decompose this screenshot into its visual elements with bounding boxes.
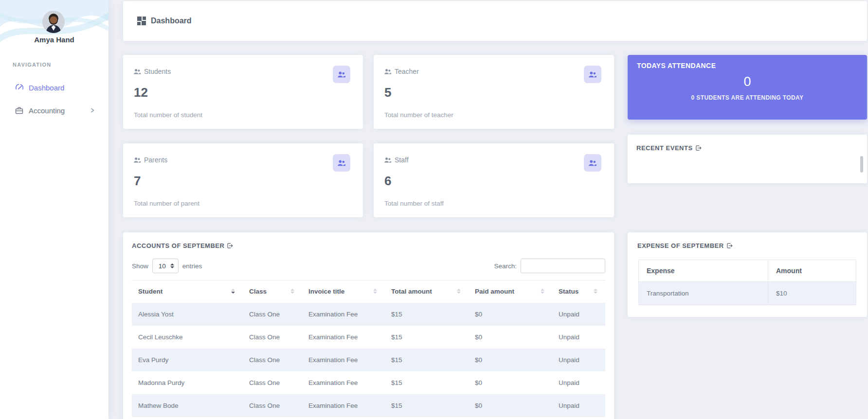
- stat-value: 7: [134, 174, 141, 189]
- cell-student: Eva Purdy: [132, 349, 243, 371]
- stat-label: Students: [144, 68, 171, 75]
- accounts-title: ACCOUNTS OF SEPTEMBER: [132, 242, 224, 249]
- stat-card-parents: Parents 7 Total number of parent: [123, 143, 363, 217]
- page-size-select[interactable]: 10: [152, 259, 179, 273]
- column-header-status[interactable]: Status: [552, 280, 605, 303]
- column-header-amount: Amount: [768, 260, 856, 282]
- cell-invoice: Examination Fee: [302, 326, 385, 349]
- expense-title: EXPENSE OF SEPTEMBER: [637, 242, 724, 249]
- stat-value: 6: [384, 174, 391, 189]
- search-input[interactable]: [521, 259, 605, 273]
- users-icon: [133, 69, 141, 75]
- column-header-total-amount[interactable]: Total amount: [385, 280, 469, 303]
- events-scrollbar[interactable]: [860, 156, 863, 173]
- stat-caption: Total number of parent: [134, 200, 199, 207]
- stat-label: Parents: [144, 156, 167, 164]
- cell-expense-amount: $10: [768, 282, 856, 305]
- table-row[interactable]: Alessia Yost Class One Examination Fee $…: [132, 303, 605, 326]
- sidebar-item-dashboard[interactable]: Dashboard: [0, 81, 108, 94]
- users-icon: [384, 69, 392, 75]
- sidebar: Amya Hand NAVIGATION Dashboard Accountin…: [0, 0, 108, 419]
- cell-total: $15: [385, 303, 469, 326]
- cell-paid: $0: [469, 394, 552, 417]
- attendance-caption: 0 STUDENTS ARE ATTENDING TODAY: [628, 94, 867, 101]
- stat-card-teacher: Teacher 5 Total number of teacher: [374, 55, 614, 129]
- users-badge-icon: [584, 154, 601, 172]
- users-badge-icon: [584, 66, 601, 83]
- entries-label: entries: [182, 262, 202, 270]
- table-header-row: Student Class Invoice title Total amount…: [132, 280, 605, 303]
- stat-value: 5: [384, 85, 391, 100]
- chevron-right-icon: [89, 107, 96, 114]
- cell-paid: $0: [469, 326, 552, 349]
- cell-status: Unpaid: [552, 303, 605, 326]
- cell-paid: $0: [469, 349, 552, 371]
- nav-section-label: NAVIGATION: [13, 62, 51, 68]
- users-icon: [133, 157, 141, 163]
- expense-table: Expense Amount Transportation $10: [638, 260, 856, 305]
- search-label: Search:: [494, 262, 517, 270]
- sort-icon: [373, 289, 377, 294]
- box-arrow-right-icon[interactable]: [695, 145, 702, 151]
- sort-icon: [457, 289, 461, 294]
- avatar[interactable]: [42, 11, 65, 33]
- cell-status: Unpaid: [552, 326, 605, 349]
- cell-invoice: Examination Fee: [302, 394, 385, 417]
- show-label: Show: [132, 262, 148, 270]
- cell-class: Class One: [243, 371, 302, 394]
- stat-card-staff: Staff 6 Total number of staff: [374, 143, 614, 217]
- cell-invoice: Examination Fee: [302, 371, 385, 394]
- attendance-title: TODAYS ATTENDANCE: [637, 62, 716, 70]
- table-row[interactable]: Madonna Purdy Class One Examination Fee …: [132, 371, 605, 394]
- cell-student: Alessia Yost: [132, 303, 243, 326]
- cell-total: $15: [385, 326, 469, 349]
- cell-student: Mathew Bode: [132, 394, 243, 417]
- cell-status: Unpaid: [552, 349, 605, 371]
- cell-total: $15: [385, 371, 469, 394]
- recent-events-title: RECENT EVENTS: [636, 144, 693, 152]
- sidebar-item-label: Dashboard: [29, 84, 64, 92]
- box-arrow-right-icon[interactable]: [726, 243, 733, 249]
- table-row[interactable]: Eva Purdy Class One Examination Fee $15 …: [132, 349, 605, 371]
- sort-icon: [594, 289, 597, 294]
- user-name: Amya Hand: [0, 35, 108, 44]
- page-title: Dashboard: [151, 17, 192, 25]
- gauge-icon: [15, 83, 24, 92]
- column-header-student[interactable]: Student: [132, 280, 243, 303]
- stat-value: 12: [134, 85, 148, 100]
- cell-invoice: Examination Fee: [302, 349, 385, 371]
- expense-panel: EXPENSE OF SEPTEMBER Expense Amount Tran…: [628, 232, 867, 317]
- table-row[interactable]: Transportation $10: [639, 282, 856, 305]
- stat-label: Staff: [395, 156, 409, 164]
- column-header-paid-amount[interactable]: Paid amount: [469, 280, 552, 303]
- cell-status: Unpaid: [552, 371, 605, 394]
- dashboard-grid-icon: [137, 17, 146, 25]
- cell-paid: $0: [469, 371, 552, 394]
- sort-icon: [231, 289, 235, 294]
- table-row[interactable]: Cecil Leuschke Class One Examination Fee…: [132, 326, 605, 349]
- page-header: Dashboard: [123, 1, 867, 41]
- column-header-invoice-title[interactable]: Invoice title: [302, 280, 385, 303]
- users-icon: [384, 157, 392, 163]
- cell-status: Unpaid: [552, 394, 605, 417]
- cell-class: Class One: [243, 303, 302, 326]
- cell-total: $15: [385, 349, 469, 371]
- column-header-class[interactable]: Class: [243, 280, 302, 303]
- cell-class: Class One: [243, 326, 302, 349]
- sidebar-item-accounting[interactable]: Accounting: [0, 104, 108, 117]
- cell-expense-name: Transportation: [639, 282, 768, 305]
- column-header-expense: Expense: [639, 260, 768, 282]
- stat-caption: Total number of student: [134, 111, 202, 119]
- page-size-value: 10: [159, 262, 166, 270]
- cell-total: $15: [385, 394, 469, 417]
- accounts-table: Student Class Invoice title Total amount…: [132, 280, 605, 417]
- box-arrow-right-icon[interactable]: [227, 243, 233, 249]
- expense-header-row: Expense Amount: [639, 260, 856, 282]
- sort-icon: [541, 289, 544, 294]
- stat-label: Teacher: [395, 68, 419, 75]
- sidebar-item-label: Accounting: [29, 106, 65, 115]
- recent-events-card: RECENT EVENTS: [628, 135, 867, 183]
- table-row[interactable]: Mathew Bode Class One Examination Fee $1…: [132, 394, 605, 417]
- stat-caption: Total number of staff: [384, 200, 444, 207]
- stat-card-students: Students 12 Total number of student: [123, 55, 363, 129]
